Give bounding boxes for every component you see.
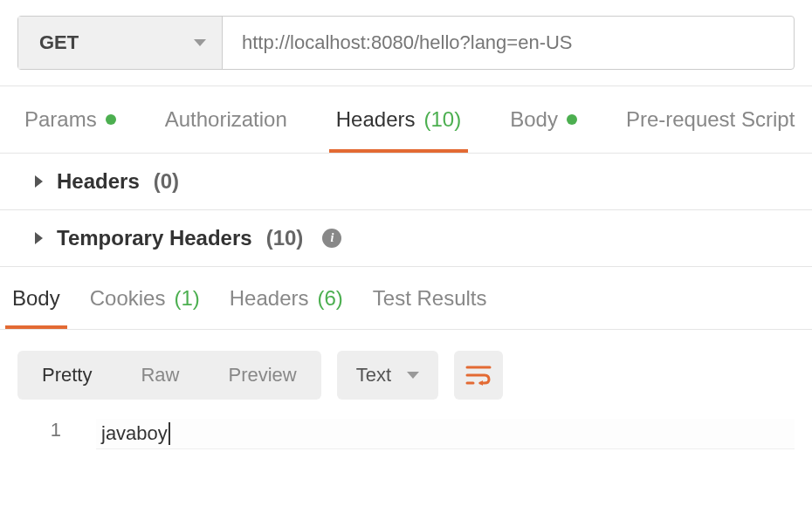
view-mode-preview[interactable]: Preview [203, 364, 320, 387]
tab-body-label: Body [510, 107, 558, 132]
tab-headers-count: (10) [424, 107, 462, 132]
response-tab-headers-count: (6) [317, 286, 342, 311]
response-body-editor: 1 javaboy [0, 412, 812, 449]
response-body-controls: Pretty Raw Preview Text [0, 330, 812, 412]
tab-authorization[interactable]: Authorization [165, 86, 287, 153]
tab-authorization-label: Authorization [165, 107, 287, 132]
response-tabs: Body Cookies (1) Headers (6) Test Result… [0, 267, 812, 330]
response-tab-headers[interactable]: Headers (6) [230, 267, 343, 329]
headers-main-label: Headers [57, 169, 140, 194]
tab-params[interactable]: Params [24, 86, 116, 153]
tab-headers-label: Headers [336, 107, 416, 132]
response-tab-body[interactable]: Body [12, 267, 60, 329]
wrap-button[interactable] [454, 351, 503, 400]
tab-headers[interactable]: Headers (10) [336, 86, 461, 153]
caret-right-icon [35, 232, 43, 244]
chevron-down-icon [194, 39, 206, 46]
tab-body[interactable]: Body [510, 86, 577, 153]
caret-right-icon [35, 175, 43, 188]
response-line-text: javaboy [101, 422, 170, 445]
response-tab-cookies[interactable]: Cookies (1) [90, 267, 200, 329]
wrap-icon [465, 364, 492, 387]
headers-temp-label: Temporary Headers [57, 226, 252, 250]
tab-params-label: Params [24, 107, 97, 132]
request-tabs: Params Authorization Headers (10) Body P… [0, 86, 812, 154]
chevron-down-icon [407, 372, 419, 379]
response-line[interactable]: javaboy [96, 419, 795, 449]
headers-section-main[interactable]: Headers (0) [0, 154, 812, 210]
response-tab-cookies-label: Cookies [90, 286, 166, 311]
view-mode-raw[interactable]: Raw [116, 364, 203, 387]
response-tab-testresults-label: Test Results [373, 286, 487, 311]
url-input[interactable]: http://localhost:8080/hello?lang=en-US [223, 17, 794, 69]
view-mode-pretty[interactable]: Pretty [17, 364, 116, 387]
view-mode-group: Pretty Raw Preview [17, 351, 321, 400]
dot-indicator-icon [567, 114, 577, 125]
dot-indicator-icon [106, 114, 116, 125]
headers-section-temp[interactable]: Temporary Headers (10) i [0, 210, 812, 267]
info-icon[interactable]: i [322, 229, 341, 248]
response-tab-headers-label: Headers [230, 286, 309, 311]
format-select[interactable]: Text [337, 351, 438, 400]
headers-temp-count: (10) [266, 226, 304, 250]
headers-main-count: (0) [154, 169, 179, 194]
line-number: 1 [17, 419, 96, 449]
tab-prerequest-label: Pre-request Script [626, 107, 795, 132]
response-tab-testresults[interactable]: Test Results [373, 267, 487, 329]
http-method-label: GET [39, 31, 79, 54]
format-select-label: Text [356, 364, 391, 387]
tab-prerequest[interactable]: Pre-request Script [626, 86, 795, 153]
response-tab-body-label: Body [12, 286, 60, 311]
http-method-select[interactable]: GET [18, 17, 223, 69]
response-tab-cookies-count: (1) [174, 286, 199, 311]
url-text: http://localhost:8080/hello?lang=en-US [242, 31, 573, 54]
request-row: GET http://localhost:8080/hello?lang=en-… [17, 16, 795, 70]
